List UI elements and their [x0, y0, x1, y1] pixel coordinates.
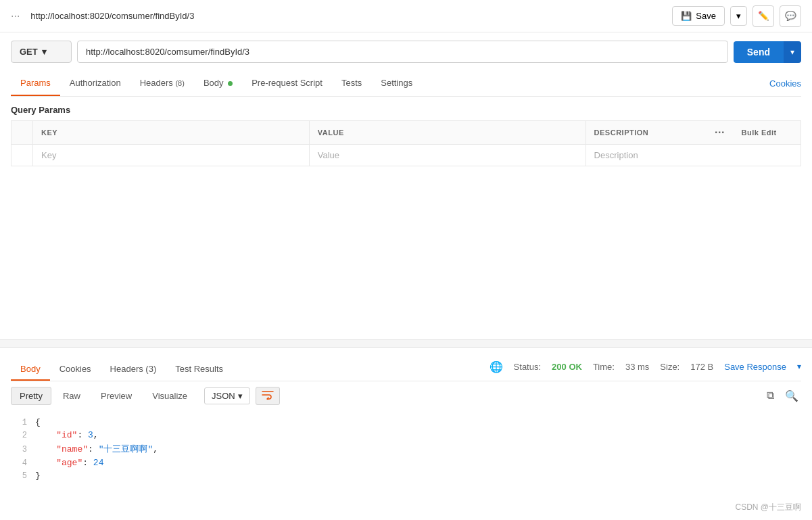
row-check[interactable]	[11, 145, 33, 166]
format-tab-raw[interactable]: Raw	[54, 387, 89, 405]
copy-button[interactable]: ⧉	[764, 387, 777, 405]
save-icon: 💾	[681, 11, 692, 21]
format-tab-preview[interactable]: Preview	[92, 387, 141, 405]
time-label: Time:	[593, 362, 615, 372]
tab-tests[interactable]: Tests	[332, 71, 371, 96]
save-dropdown-button[interactable]: ▾	[730, 6, 747, 26]
code-content-3: "name": "十三豆啊啊",	[35, 443, 801, 455]
save-label: Save	[696, 11, 716, 21]
line-num-3: 3	[11, 445, 35, 454]
response-tabs-row: Body Cookies Headers (3) Test Results 🌐 …	[11, 353, 801, 381]
time-value: 33 ms	[625, 362, 649, 372]
params-spacer	[11, 166, 801, 334]
comment-icon-button[interactable]: 💬	[780, 5, 801, 27]
tab-body[interactable]: Body	[194, 71, 242, 96]
line-num-4: 4	[11, 458, 35, 468]
more-header: ···	[707, 121, 734, 145]
attribution-text: CSDN @十三豆啊	[735, 502, 801, 513]
response-status-bar: 🌐 Status: 200 OK Time: 33 ms Size: 172 B…	[489, 360, 801, 379]
tab-pre-request-script[interactable]: Pre-request Script	[242, 71, 332, 96]
code-content-2: "id": 3,	[35, 430, 801, 440]
description-header: DESCRIPTION	[586, 121, 706, 145]
json-type-select[interactable]: JSON ▾	[204, 387, 250, 404]
search-button[interactable]: 🔍	[782, 387, 801, 405]
response-tab-headers[interactable]: Headers (3)	[101, 358, 166, 381]
size-value: 172 B	[690, 362, 713, 372]
send-button-group: Send ▾	[734, 41, 801, 63]
top-bar: ··· http://localhost:8020/comsumer/findB…	[0, 0, 812, 32]
status-value: 200 OK	[552, 362, 582, 372]
bulk-edit-header[interactable]: Bulk Edit	[734, 121, 801, 145]
desc-cell[interactable]: Description	[586, 145, 706, 166]
response-headers-badge: (3)	[145, 364, 156, 374]
send-button[interactable]: Send	[734, 41, 784, 63]
format-tab-visualize[interactable]: Visualize	[143, 387, 196, 405]
query-params-label: Query Params	[11, 97, 801, 120]
value-header: VALUE	[309, 121, 586, 145]
format-tab-pretty[interactable]: Pretty	[11, 387, 51, 405]
code-line-5: 5 }	[11, 469, 801, 482]
response-tab-body[interactable]: Body	[11, 358, 50, 381]
method-select[interactable]: GET ▾	[11, 41, 72, 63]
url-bar: GET ▾ Send ▾	[11, 41, 801, 63]
cookies-link[interactable]: Cookies	[769, 78, 801, 89]
code-line-3: 3 "name": "十三豆啊啊",	[11, 442, 801, 456]
value-cell[interactable]: Value	[309, 145, 586, 166]
params-table: KEY VALUE DESCRIPTION ··· Bulk Edit Key …	[11, 120, 801, 166]
line-num-1: 1	[11, 418, 35, 427]
tab-params[interactable]: Params	[11, 71, 60, 96]
check-header	[11, 121, 33, 145]
url-input[interactable]	[77, 41, 728, 63]
main-area: GET ▾ Send ▾ Params Authorization Header…	[0, 32, 812, 520]
json-label: JSON	[212, 391, 235, 401]
size-label: Size:	[660, 362, 679, 372]
json-select-arrow: ▾	[238, 391, 243, 401]
key-header: KEY	[33, 121, 310, 145]
format-bar: Pretty Raw Preview Visualize JSON ▾ ⧉ 🔍	[11, 381, 801, 410]
tab-headers[interactable]: Headers (8)	[130, 71, 194, 96]
top-bar-url: http://localhost:8020/comsumer/findById/…	[30, 11, 672, 21]
key-cell[interactable]: Key	[33, 145, 310, 166]
window-dots: ···	[11, 10, 20, 22]
wrap-lines-button[interactable]	[256, 387, 280, 405]
code-line-4: 4 "age": 24	[11, 456, 801, 469]
method-dropdown-icon: ▾	[42, 47, 47, 57]
response-tab-test-results[interactable]: Test Results	[166, 358, 233, 381]
save-button[interactable]: 💾 Save	[672, 6, 725, 26]
tab-settings[interactable]: Settings	[371, 71, 422, 96]
request-tabs: Params Authorization Headers (8) Body Pr…	[11, 71, 801, 97]
code-content-1: {	[35, 417, 801, 427]
tab-authorization[interactable]: Authorization	[60, 71, 130, 96]
body-dot	[228, 81, 233, 86]
section-divider	[0, 339, 812, 348]
format-actions: ⧉ 🔍	[764, 387, 801, 405]
status-label: Status:	[514, 362, 541, 372]
code-content-5: }	[35, 471, 801, 481]
method-label: GET	[20, 47, 38, 57]
code-line-2: 2 "id": 3,	[11, 429, 801, 442]
code-content-4: "age": 24	[35, 458, 801, 468]
response-code-block: 1 { 2 "id": 3, 3 "name": "十三豆啊啊", 4 "ag	[11, 410, 801, 521]
edit-icon-button[interactable]: ✏️	[753, 5, 774, 27]
line-num-2: 2	[11, 431, 35, 440]
save-response-dropdown[interactable]: ▾	[797, 362, 801, 371]
table-row: Key Value Description	[11, 145, 801, 166]
code-line-1: 1 {	[11, 416, 801, 429]
save-response-button[interactable]: Save Response	[724, 362, 786, 372]
globe-icon: 🌐	[489, 360, 503, 373]
response-tab-cookies[interactable]: Cookies	[50, 358, 101, 381]
line-num-5: 5	[11, 471, 35, 481]
top-bar-actions: 💾 Save ▾ ✏️ 💬	[672, 5, 801, 27]
headers-badge: (8)	[175, 79, 184, 87]
send-dropdown-button[interactable]: ▾	[784, 41, 801, 63]
response-section: Body Cookies Headers (3) Test Results 🌐 …	[11, 353, 801, 521]
